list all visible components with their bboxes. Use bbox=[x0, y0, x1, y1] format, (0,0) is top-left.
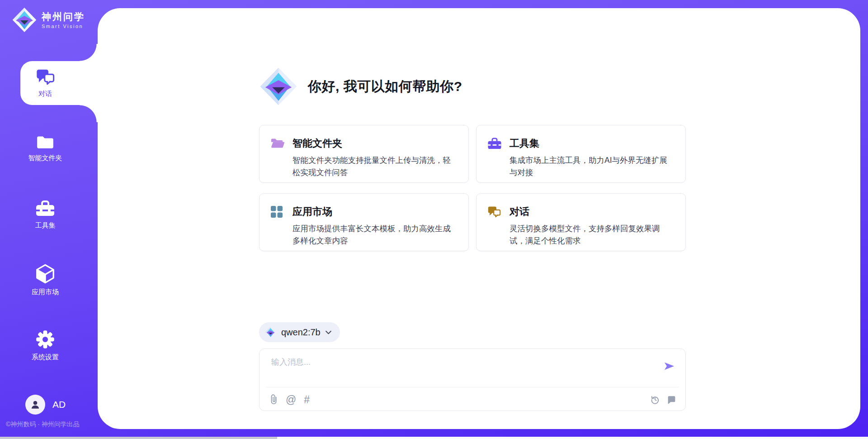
card-title: 对话 bbox=[509, 205, 675, 219]
brand-diamond-icon bbox=[259, 67, 298, 106]
sidebar: 神州问学 Smart Vision 对话 智能文件夹 bbox=[0, 0, 98, 439]
card-title: 应用市场 bbox=[292, 205, 458, 219]
sidebar-item-label: 智能文件夹 bbox=[28, 154, 62, 162]
horizontal-scrollbar[interactable] bbox=[0, 437, 868, 439]
send-icon[interactable] bbox=[663, 361, 675, 372]
copyright-footer: ©神州数码 · 神州问学出品 bbox=[6, 420, 80, 429]
card-chat[interactable]: 对话 灵活切换多模型文件，支持多样回复效果调试，满足个性化需求 bbox=[476, 193, 686, 251]
tab-fillet-bottom bbox=[80, 105, 98, 122]
gear-icon bbox=[35, 329, 55, 349]
chat-icon bbox=[487, 205, 502, 251]
sidebar-item-smart-folder[interactable]: 智能文件夹 bbox=[0, 134, 90, 162]
composer-toolbar: @ # bbox=[270, 392, 676, 407]
sidebar-item-label: 系统设置 bbox=[32, 353, 59, 362]
greeting-row: 你好, 我可以如何帮助你? bbox=[259, 67, 462, 106]
card-description: 智能文件夹功能支持批量文件上传与清洗，轻松实现文件问答 bbox=[292, 154, 458, 179]
chat-icon bbox=[36, 68, 55, 86]
model-diamond-icon bbox=[264, 326, 277, 339]
avatar bbox=[25, 395, 45, 415]
chevron-down-icon bbox=[325, 330, 332, 334]
tab-fillet-top bbox=[80, 44, 98, 61]
message-composer: @ # bbox=[259, 348, 686, 411]
app-title: 神州问学 bbox=[42, 11, 85, 22]
main-panel: 你好, 我可以如何帮助你? 智能文件夹 智能文件夹功能支持批量文件上传与清洗，轻… bbox=[98, 8, 860, 429]
card-title: 工具集 bbox=[509, 137, 675, 150]
card-body: 智能文件夹 智能文件夹功能支持批量文件上传与清洗，轻松实现文件问答 bbox=[292, 137, 458, 182]
toolbox-icon bbox=[487, 137, 502, 182]
user-account[interactable]: AD bbox=[25, 395, 66, 415]
message-input[interactable] bbox=[270, 357, 652, 367]
model-selector[interactable]: qwen2:7b bbox=[259, 322, 340, 342]
composer-right-tools bbox=[650, 395, 676, 405]
folder-open-icon bbox=[270, 137, 285, 182]
user-initials: AD bbox=[52, 399, 66, 410]
sidebar-item-toolset[interactable]: 工具集 bbox=[0, 200, 90, 230]
sidebar-item-chat[interactable]: 对话 bbox=[0, 68, 90, 98]
card-toolset[interactable]: 工具集 集成市场上主流工具，助力AI与外界无缝扩展与对接 bbox=[476, 125, 686, 183]
sidebar-item-settings[interactable]: 系统设置 bbox=[0, 329, 90, 362]
page-title: 你好, 我可以如何帮助你? bbox=[308, 77, 462, 96]
card-smart-folder[interactable]: 智能文件夹 智能文件夹功能支持批量文件上传与清洗，轻松实现文件问答 bbox=[259, 125, 469, 183]
at-icon[interactable]: @ bbox=[286, 395, 296, 405]
scrollbar-thumb[interactable] bbox=[0, 437, 277, 439]
app-logo: 神州问学 Smart Vision bbox=[12, 7, 85, 33]
app-title-block: 神州问学 Smart Vision bbox=[42, 11, 85, 29]
composer-left-tools: @ # bbox=[270, 394, 310, 405]
grid-icon bbox=[270, 205, 285, 251]
toolbox-icon bbox=[35, 200, 55, 218]
model-name: qwen2:7b bbox=[281, 327, 321, 338]
app-subtitle: Smart Vision bbox=[42, 24, 85, 29]
card-body: 对话 灵活切换多模型文件，支持多样回复效果调试，满足个性化需求 bbox=[509, 205, 675, 251]
cube-icon bbox=[35, 263, 56, 284]
sidebar-item-label: 应用市场 bbox=[32, 288, 59, 296]
card-body: 应用市场 应用市场提供丰富长文本模板，助力高效生成多样化文章内容 bbox=[292, 205, 458, 251]
card-body: 工具集 集成市场上主流工具，助力AI与外界无缝扩展与对接 bbox=[509, 137, 675, 182]
composer-divider bbox=[266, 387, 679, 387]
card-title: 智能文件夹 bbox=[292, 137, 458, 150]
sidebar-item-label: 工具集 bbox=[35, 221, 56, 230]
feature-cards: 智能文件夹 智能文件夹功能支持批量文件上传与清洗，轻松实现文件问答 bbox=[259, 125, 686, 251]
paperclip-icon[interactable] bbox=[270, 394, 278, 405]
hash-icon[interactable]: # bbox=[304, 395, 310, 405]
sidebar-item-app-market[interactable]: 应用市场 bbox=[0, 263, 90, 296]
sidebar-item-label: 对话 bbox=[38, 90, 52, 98]
folder-icon bbox=[36, 134, 55, 150]
history-icon[interactable] bbox=[650, 395, 660, 405]
brand-diamond-icon bbox=[12, 7, 37, 33]
card-description: 应用市场提供丰富长文本模板，助力高效生成多样化文章内容 bbox=[292, 223, 458, 247]
person-icon bbox=[29, 399, 41, 410]
card-description: 灵活切换多模型文件，支持多样回复效果调试，满足个性化需求 bbox=[509, 223, 675, 247]
comment-icon[interactable] bbox=[667, 395, 676, 405]
card-app-market[interactable]: 应用市场 应用市场提供丰富长文本模板，助力高效生成多样化文章内容 bbox=[259, 193, 469, 251]
card-description: 集成市场上主流工具，助力AI与外界无缝扩展与对接 bbox=[509, 154, 675, 179]
